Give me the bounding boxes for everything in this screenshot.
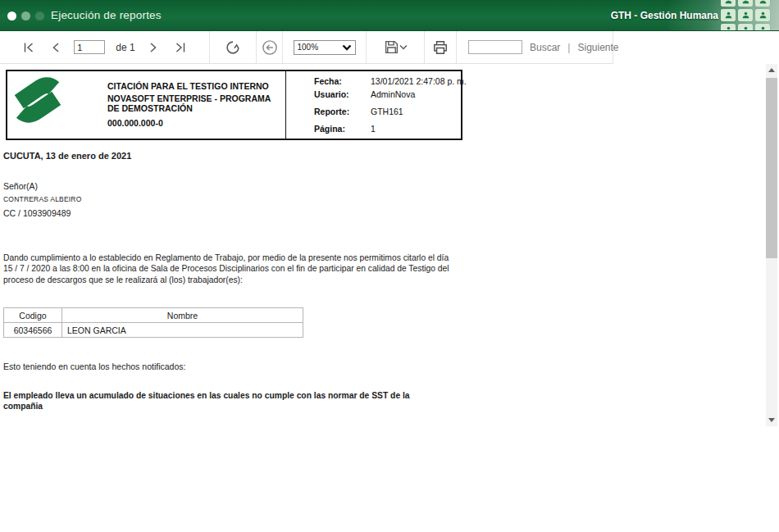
window-dots — [7, 11, 44, 20]
table-header-row: Codigo Nombre — [4, 308, 303, 323]
company-nit: 000.000.000-0 — [107, 118, 283, 128]
report-page: CITACIÓN PARA EL TESTIGO INTERNO NOVASOF… — [0, 64, 766, 532]
field-value: GTH161 — [371, 107, 403, 116]
vertical-scrollbar — [766, 64, 777, 426]
page-count-label: de 1 — [116, 42, 134, 53]
field-value: 13/01/2021 2:47:08 p. m. — [371, 76, 467, 86]
export-button[interactable] — [382, 38, 409, 57]
siguiente-link[interactable]: Siguiente — [577, 42, 618, 53]
window-dot-icon — [21, 11, 30, 20]
field-label: Usuario: — [314, 89, 349, 99]
page-number-input[interactable] — [74, 40, 105, 54]
people-tiles — [721, 0, 770, 31]
print-group — [425, 31, 457, 63]
recipient-id: CC / 1093909489 — [3, 208, 71, 218]
printer-icon — [432, 39, 449, 56]
field-label: Fecha: — [314, 76, 342, 86]
window-dot-icon — [35, 11, 44, 20]
person-icon — [738, 24, 753, 31]
company-name: NOVASOFT ENTERPRISE - PROGRAMA DE DEMOST… — [107, 94, 283, 113]
citation-table: Codigo Nombre 60346566 LEON GARCIA — [3, 307, 303, 338]
refresh-button[interactable] — [223, 38, 243, 57]
next-page-button[interactable] — [146, 39, 161, 56]
last-page-icon — [173, 41, 187, 54]
prev-page-icon — [50, 41, 61, 54]
company-logo-icon — [12, 75, 63, 125]
field-label: Reporte: — [314, 107, 349, 116]
report-header-box: CITACIÓN PARA EL TESTIGO INTERNO NOVASOF… — [6, 70, 462, 140]
table-row: 60346566 LEON GARCIA — [4, 323, 303, 338]
last-page-button[interactable] — [171, 39, 189, 56]
person-icon — [721, 0, 736, 7]
zoom-value: 100% — [298, 43, 319, 52]
chevron-down-icon — [342, 44, 352, 51]
chevron-down-icon — [399, 44, 408, 50]
triangle-up-icon — [768, 68, 775, 72]
prev-page-button[interactable] — [48, 39, 63, 56]
app-title: Ejecución de reportes — [51, 9, 162, 21]
zoom-group: 100% — [283, 31, 367, 63]
scroll-down-button[interactable] — [766, 414, 777, 426]
city-date: CUCUTA, 13 de enero de 2021 — [3, 151, 131, 161]
find-group: Buscar | Siguiente — [457, 31, 613, 63]
module-label: GTH - Gestión Humana — [611, 10, 718, 21]
facts-intro: Esto teniendo en cuenta los hechos notif… — [3, 361, 185, 371]
zoom-select[interactable]: 100% — [294, 40, 356, 55]
body-paragraph: Dando cumplimiento a lo establecido en R… — [3, 252, 456, 285]
back-button[interactable] — [260, 38, 280, 57]
buscar-link[interactable]: Buscar — [530, 42, 560, 53]
scroll-thumb[interactable] — [766, 78, 777, 258]
person-icon — [738, 0, 753, 7]
recipient-name: CONTRERAS ALBEIRO — [3, 195, 82, 203]
salutation: Señor(A) — [3, 181, 38, 191]
titlebar: Ejecución de reportes GTH - Gestión Huma… — [0, 0, 779, 31]
first-page-button[interactable] — [20, 39, 38, 56]
person-icon — [755, 24, 770, 31]
page-nav-group: de 1 — [0, 31, 210, 63]
field-label: Página: — [314, 124, 345, 134]
person-icon — [721, 24, 736, 31]
report-toolbar: de 1 100% — [0, 31, 613, 64]
window-dot-icon — [7, 11, 16, 20]
scroll-up-button[interactable] — [766, 64, 777, 76]
first-page-icon — [22, 41, 36, 54]
refresh-group — [210, 31, 257, 63]
export-group — [367, 31, 425, 63]
back-icon — [262, 39, 278, 56]
field-value: 1 — [371, 124, 376, 134]
field-value: AdminNova — [371, 89, 415, 99]
person-icon — [738, 9, 753, 21]
person-icon — [721, 9, 736, 21]
facts-statement: El empleado lleva un acumulado de situac… — [3, 391, 450, 412]
search-input[interactable] — [468, 40, 522, 54]
triangle-down-icon — [768, 418, 775, 422]
person-icon — [755, 0, 770, 7]
table-cell: 60346566 — [4, 323, 62, 338]
header-divider — [285, 71, 286, 139]
report-title: CITACIÓN PARA EL TESTIGO INTERNO — [107, 81, 283, 91]
person-icon — [755, 9, 770, 21]
print-button[interactable] — [430, 38, 450, 57]
column-header: Codigo — [4, 308, 62, 323]
refresh-icon — [225, 39, 241, 56]
column-header: Nombre — [62, 308, 303, 323]
next-page-icon — [148, 41, 159, 54]
link-separator: | — [567, 42, 570, 53]
table-cell: LEON GARCIA — [62, 323, 303, 338]
save-icon — [384, 39, 399, 55]
back-group — [257, 31, 283, 63]
